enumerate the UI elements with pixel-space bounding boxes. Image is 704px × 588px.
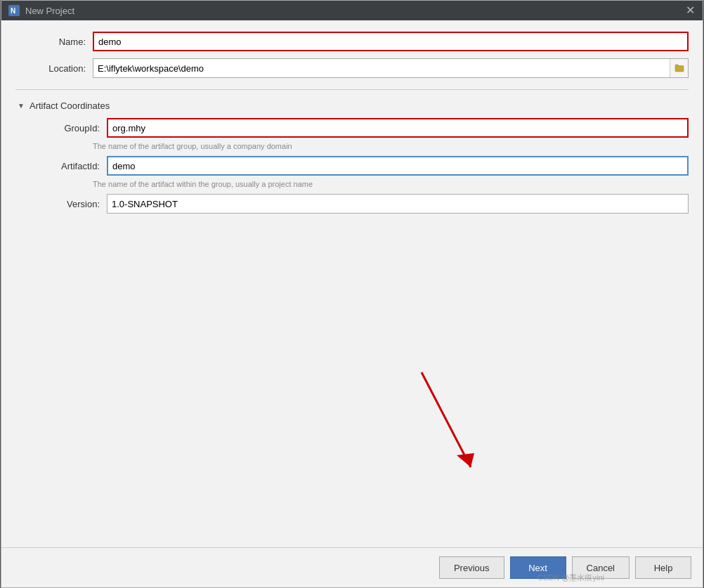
version-label: Version: [30, 199, 107, 209]
groupid-row: GroupId: [15, 118, 689, 138]
location-input[interactable] [93, 60, 670, 77]
previous-button[interactable]: Previous [439, 556, 504, 579]
artifactid-row: ArtifactId: [15, 156, 689, 176]
svg-line-2 [422, 372, 471, 467]
name-row: Name: [15, 32, 689, 51]
divider1 [15, 89, 689, 90]
artifactid-input[interactable] [107, 156, 689, 176]
dialog-title: New Project [25, 6, 684, 16]
location-input-wrap [93, 58, 689, 78]
svg-marker-3 [457, 453, 474, 467]
new-project-dialog: N New Project ✕ Name: Location: [1, 0, 703, 588]
close-button[interactable]: ✕ [684, 5, 696, 16]
help-button[interactable]: Help [635, 556, 691, 579]
browse-button[interactable] [670, 59, 688, 77]
name-input[interactable] [93, 32, 689, 51]
title-bar: N New Project ✕ [1, 1, 703, 20]
watermark: CSDN @墨水痕yini [537, 573, 604, 583]
artifact-section-header: ▼ Artifact Coordinates [15, 100, 689, 111]
artifactid-label: ArtifactId: [30, 161, 107, 171]
groupid-label: GroupId: [30, 123, 107, 133]
section-toggle[interactable]: ▼ [15, 100, 27, 111]
artifact-section-title: Artifact Coordinates [30, 100, 110, 111]
version-input[interactable] [107, 194, 689, 214]
svg-text:N: N [11, 7, 15, 15]
dialog-content: Name: Location: ▼ Artifact Coordinates [1, 20, 703, 547]
name-label: Name: [15, 37, 93, 47]
dialog-icon: N [8, 5, 20, 16]
location-row: Location: [15, 58, 689, 78]
red-arrow [408, 365, 492, 494]
artifactid-hint: The name of the artifact within the grou… [93, 180, 689, 188]
version-row: Version: [15, 194, 689, 214]
groupid-input[interactable] [107, 118, 689, 138]
location-label: Location: [15, 63, 93, 74]
arrow-area [15, 221, 689, 536]
groupid-hint: The name of the artifact group, usually … [93, 142, 689, 150]
